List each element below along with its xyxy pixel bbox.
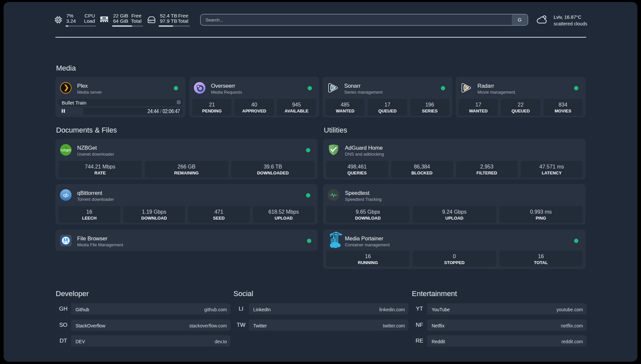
svg-text:nzbget: nzbget [61,148,71,152]
svg-text:qb: qb [63,193,68,198]
